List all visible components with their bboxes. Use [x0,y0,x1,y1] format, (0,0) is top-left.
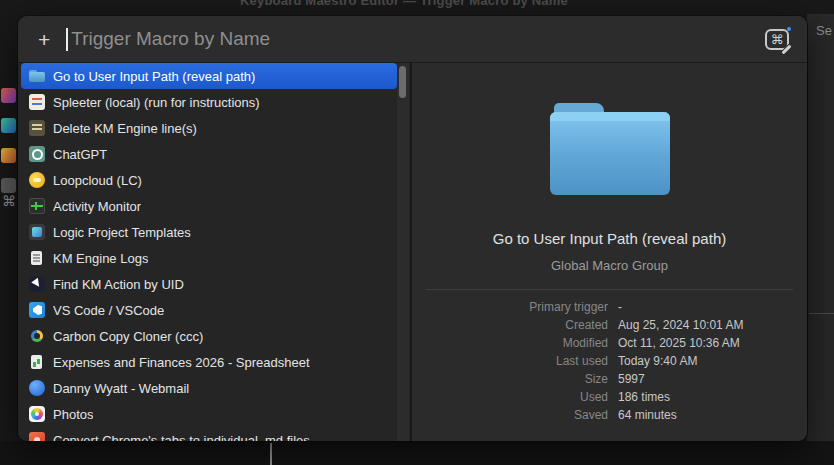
list-item[interactable]: Danny Wyatt - Webmail [21,375,397,401]
list-item[interactable]: Activity Monitor [21,193,397,219]
list-item[interactable]: Find KM Action by UID [21,271,397,297]
command-key-icon: ⌘ [2,193,16,209]
dialog-body: Go to User Input Path (reveal path) Sple… [18,63,807,441]
text-caret [66,28,68,51]
macro-search-input[interactable]: Trigger Macro by Name [71,28,270,50]
background-column-divider [270,443,272,465]
background-detail-pane: Se [807,14,834,441]
document-icon [29,250,45,266]
background-group-icon [1,118,16,133]
loopcloud-icon [29,172,45,188]
activity-monitor-icon [29,198,45,214]
dialog-header: + Trigger Macro by Name ⌘ [18,16,807,63]
scrollbar-thumb[interactable] [399,66,406,98]
detail-rows: Primary trigger - Created Aug 25, 2024 1… [412,298,807,424]
chatgpt-icon [29,146,45,162]
macro-detail-panel: Go to User Input Path (reveal path) Glob… [412,63,807,441]
list-item[interactable]: Expenses and Finances 2026 - Spreadsheet [21,349,397,375]
trigger-macro-dialog: + Trigger Macro by Name ⌘ Go to User Inp… [18,16,807,441]
add-button[interactable]: + [38,29,50,50]
spreadsheet-icon [29,354,45,370]
vscode-icon [29,302,45,318]
list-item[interactable]: VS Code / VSCode [21,297,397,323]
command-key-icon: ⌘ [771,32,784,47]
background-bottom-area [0,441,834,465]
list-item[interactable]: ChatGPT [21,141,397,167]
chrome-doc-icon [29,432,45,441]
cursor-icon [29,276,45,292]
background-divider [809,313,834,314]
background-window-title: Keyboard Maestro Editor — Trigger Macro … [0,0,808,8]
edit-macro-button[interactable]: ⌘ [765,29,789,50]
macro-list-panel: Go to User Input Path (reveal path) Sple… [18,63,410,441]
folder-icon [29,68,45,84]
macro-group: Global Macro Group [551,258,668,274]
list-item[interactable]: Photos [21,401,397,427]
ccc-ring-icon [29,328,45,344]
list-item[interactable]: Logic Project Templates [21,219,397,245]
photos-pinwheel-icon [29,406,45,422]
detail-row: Size 5997 [412,370,807,388]
scrollbar-track[interactable] [397,63,409,441]
detail-row: Created Aug 25, 2024 10:01 AM [412,316,807,334]
folder-icon-large [550,103,670,195]
detail-row: Modified Oct 11, 2025 10:36 AM [412,334,807,352]
list-item[interactable]: Loopcloud (LC) [21,167,397,193]
background-group-icon [1,148,16,163]
list-item[interactable]: KM Engine Logs [21,245,397,271]
list-item[interactable]: Delete KM Engine line(s) [21,115,397,141]
logic-templates-icon [29,224,45,240]
background-search-label: Se [816,23,832,38]
list-item[interactable]: Convert Chrome's tabs to individual .md … [21,427,397,441]
detail-row: Last used Today 9:40 AM [412,352,807,370]
list-item[interactable]: Carbon Copy Cloner (ccc) [21,323,397,349]
detail-row: Saved 64 minutes [412,406,807,424]
badge-dot [787,27,791,31]
globe-icon [29,380,45,396]
background-group-icon [1,88,16,103]
list-item[interactable]: Spleeter (local) (run for instructions) [21,89,397,115]
macro-title: Go to User Input Path (reveal path) [493,229,726,248]
list-item[interactable]: Go to User Input Path (reveal path) [21,63,397,89]
background-group-icon [1,178,16,193]
macro-list: Go to User Input Path (reveal path) Sple… [18,63,410,441]
detail-row: Primary trigger - [412,298,807,316]
list-lines-icon [29,120,45,136]
detail-row: Used 186 times [412,388,807,406]
sliders-icon [29,94,45,110]
detail-divider [426,289,793,290]
